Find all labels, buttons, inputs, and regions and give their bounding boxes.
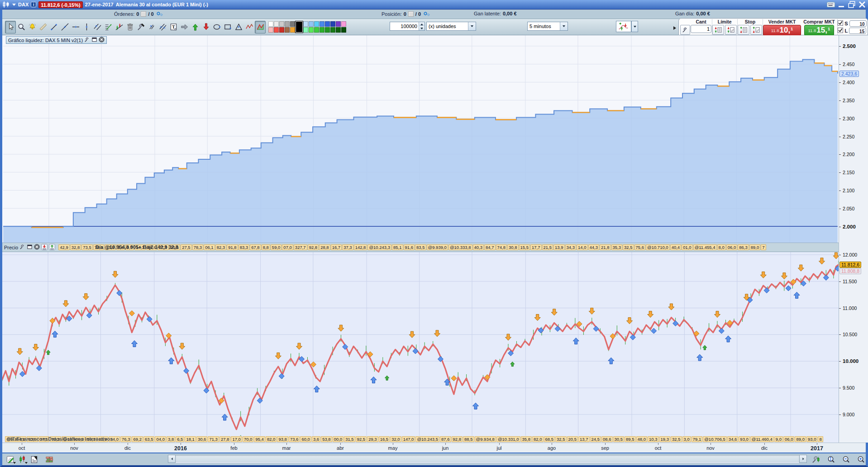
tool-zoom-button[interactable] [16,21,27,33]
close-button[interactable] [858,1,866,8]
color-swatch[interactable] [325,27,330,33]
color-swatch[interactable] [309,21,314,27]
tool-triangle-button[interactable] [233,21,244,33]
color-swatch[interactable] [341,27,346,33]
step-up-icon[interactable] [420,24,423,25]
buy-limit-button[interactable] [725,25,737,35]
zoom-in-button[interactable] [855,454,866,465]
liquidity-chart[interactable] [2,35,839,243]
quantity-stepper[interactable]: 100000 [390,22,425,31]
tool-cursor-button[interactable] [5,21,16,33]
panel-wrench-button[interactable] [680,25,690,35]
color-swatch[interactable] [274,21,279,27]
tool-fibonacci-button[interactable] [103,21,114,33]
stepper-buttons[interactable] [419,22,424,30]
tool-trash-button[interactable] [124,21,135,33]
pane2-wrench-icon[interactable] [19,244,25,251]
sell-order-icon[interactable] [41,244,48,251]
scroll-right-button[interactable] [799,455,807,463]
buy-order-icon[interactable] [49,244,55,251]
tool-hline-button[interactable] [70,21,81,33]
tool-vline-button[interactable] [81,21,92,33]
stop-checkbox[interactable] [838,20,843,27]
color-swatch[interactable] [303,27,308,33]
pane2-maximize-icon[interactable] [27,244,33,251]
color-swatch[interactable] [290,27,295,33]
tool-channel-button[interactable] [157,21,168,33]
tool-ruler-button[interactable] [38,21,48,33]
color-swatch[interactable] [341,21,346,27]
l-value-input[interactable]: 15 [849,28,866,34]
sell-market-button[interactable]: 11.810,1 [763,25,801,36]
tool-alarm-button[interactable] [27,21,38,33]
limit-checkbox[interactable] [838,28,843,34]
pane1-price-axis[interactable]: 2.5002.4502.4002.3502.3002.2502.2002.150… [839,35,868,243]
color-swatch[interactable] [330,21,335,27]
style-wrench-button[interactable] [811,454,821,465]
pane1-close-icon[interactable] [99,37,105,43]
color-swatch[interactable] [325,21,330,27]
buy-stop-button[interactable] [750,25,762,35]
tool-arrow-down-button[interactable] [200,21,211,33]
color-swatch[interactable] [290,21,295,27]
tool-segment-button[interactable] [48,21,59,33]
chart-edit-button[interactable] [5,454,16,465]
tool-parallel-button[interactable] [92,21,103,33]
color-swatch[interactable] [268,27,273,33]
tool-rectangle-button[interactable] [222,21,233,33]
chart-edit-dropdown-icon[interactable] [13,462,16,464]
candlestick-style-dropdown-icon[interactable] [25,462,28,464]
color-swatch[interactable] [320,21,324,27]
liquidity-chart-pane[interactable]: Gráfico liquidez: DAX 5 MIN v2(1) [2,35,839,243]
price-chart[interactable] [2,252,839,436]
color-swatch[interactable] [285,27,290,33]
color-swatch[interactable] [336,27,341,33]
color-swatch[interactable] [336,21,341,27]
backtest-button[interactable] [616,21,631,32]
scroll-left-button[interactable] [168,455,176,463]
tool-line-button[interactable] [59,21,70,33]
color-swatch-selected[interactable] [296,21,303,33]
step-down-icon[interactable] [420,28,423,29]
sell-limit-button[interactable] [712,25,724,35]
panel-collapse-handle[interactable] [673,25,677,31]
color-swatch[interactable] [320,27,324,33]
orders-gear-icon[interactable] [156,11,163,17]
pane2-price-axis[interactable]: 12.00011.50011.00010.50010.0009.5009.000… [839,243,868,443]
tool-arrow-right-button[interactable] [179,21,190,33]
zoom-out-button[interactable] [840,454,851,465]
restore-button[interactable] [848,1,856,8]
color-swatch[interactable] [303,21,308,27]
tool-zigzag-button[interactable] [244,21,255,33]
keyboard-icon[interactable] [827,1,835,8]
time-axis[interactable]: octnovdic2016febmarabrmayjunjulagosepoct… [2,443,866,453]
horizontal-scrollbar[interactable] [168,455,807,463]
tool-trend-button[interactable] [114,21,124,33]
buy-market-button[interactable]: 11.815,1 [804,25,834,36]
color-swatch[interactable] [309,27,314,33]
price-chart-pane[interactable] [2,252,839,436]
tool-ellipse-button[interactable] [211,21,222,33]
s-value-input[interactable]: 10 [849,20,867,27]
tool-cross-button[interactable] [146,21,157,33]
units-select-arrow[interactable] [468,22,476,30]
tool-tools-button[interactable] [135,21,146,33]
color-swatch[interactable] [314,27,319,33]
tool-zigzag-fill-button[interactable] [255,21,266,33]
color-swatch[interactable] [285,21,290,27]
news-button[interactable] [29,454,39,465]
units-select[interactable]: (x) unidades [426,22,476,31]
timeframe-select-arrow[interactable] [560,22,568,30]
color-swatch[interactable] [314,21,319,27]
color-swatch[interactable] [279,27,284,33]
cant-input[interactable]: 1 [691,25,711,33]
volume-bricks-button[interactable] [44,454,55,465]
pane2-close-icon[interactable] [34,244,40,251]
timeframe-select[interactable]: 5 minutos [527,22,568,31]
quantity-value[interactable]: 100000 [390,22,419,30]
pane1-wrench-icon[interactable] [84,37,90,43]
color-swatch[interactable] [279,21,284,27]
info-icon[interactable]: i [31,2,36,7]
pane1-maximize-icon[interactable] [91,37,97,43]
chevron-down-icon[interactable] [12,4,16,6]
